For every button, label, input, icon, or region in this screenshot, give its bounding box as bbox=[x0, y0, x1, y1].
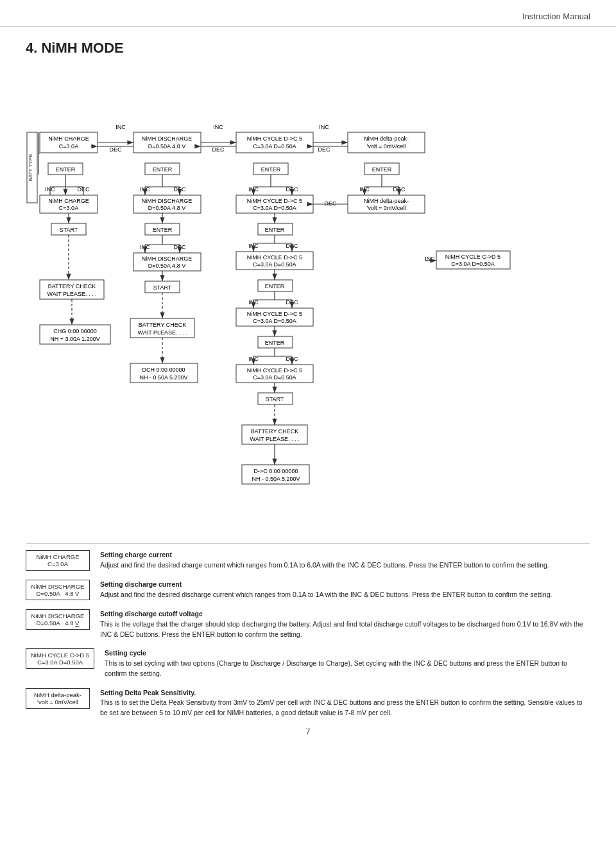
svg-text:D=0.50A   4.8 V: D=0.50A 4.8 V bbox=[148, 143, 185, 150]
page-number: 7 bbox=[26, 727, 590, 736]
svg-text:NiMH DISCHARGE: NiMH DISCHARGE bbox=[142, 255, 193, 262]
desc-text-discharge-voltage: Setting discharge cutoff voltage This is… bbox=[100, 609, 590, 639]
svg-text:C=3.0A  D=0.50A: C=3.0A D=0.50A bbox=[253, 261, 296, 268]
header-title: Instruction Manual bbox=[522, 12, 590, 21]
desc-box-charge: NiMH CHARGEC=3.0A bbox=[26, 550, 90, 571]
svg-text:'volt = 0mV/cell: 'volt = 0mV/cell bbox=[367, 143, 406, 150]
svg-text:BATTERY CHECK: BATTERY CHECK bbox=[48, 283, 96, 290]
flowchart-svg: BATT TYPE NiMH CHARGE C=3.0A ENTER INC D… bbox=[26, 68, 590, 530]
svg-text:NiMH CYCLE D->C 5: NiMH CYCLE D->C 5 bbox=[247, 311, 302, 317]
svg-text:WAIT PLEASE. . . .: WAIT PLEASE. . . . bbox=[47, 291, 96, 297]
page-content: 4. NiMH MODE BATT TYPE NiMH CHARGE C=3.0… bbox=[0, 27, 616, 749]
desc-title-charge: Setting charge current bbox=[100, 551, 172, 558]
svg-text:START: START bbox=[60, 227, 78, 233]
desc-box-discharge-voltage-label: NiMH DISCHARGED=0.50A 4.8 V bbox=[31, 612, 85, 627]
svg-text:C=3.0A  D=0.50A: C=3.0A D=0.50A bbox=[253, 318, 296, 324]
page-header: Instruction Manual bbox=[0, 0, 616, 27]
svg-text:NiMH delta-peak-: NiMH delta-peak- bbox=[364, 198, 409, 204]
svg-text:INC: INC bbox=[116, 124, 126, 130]
svg-text:D->C 0:00  00000: D->C 0:00 00000 bbox=[254, 468, 298, 474]
svg-text:C=3.0A  D=0.50A: C=3.0A D=0.50A bbox=[253, 374, 296, 381]
svg-text:C=3.0A  D=0.50A: C=3.0A D=0.50A bbox=[253, 205, 296, 211]
svg-text:NH + 3.00A 1.200V: NH + 3.00A 1.200V bbox=[50, 336, 99, 342]
svg-text:DCH 0:00  00000: DCH 0:00 00000 bbox=[142, 367, 185, 373]
svg-text:CHG 0:00  00000: CHG 0:00 00000 bbox=[53, 328, 97, 334]
svg-text:BATTERY CHECK: BATTERY CHECK bbox=[251, 428, 299, 435]
desc-box-cycle: NiMH CYCLE C->D 5C=3.0A D=0.50A bbox=[26, 648, 94, 669]
svg-text:NiMH CYCLE D->C 5: NiMH CYCLE D->C 5 bbox=[247, 198, 302, 204]
svg-text:INC: INC bbox=[319, 124, 329, 130]
desc-title-discharge-voltage: Setting discharge cutoff voltage bbox=[100, 610, 203, 618]
desc-text-discharge-current: Setting discharge current Adjust and fin… bbox=[100, 580, 552, 600]
desc-body-discharge-current: Adjust and find the desired discharge cu… bbox=[100, 591, 552, 598]
svg-text:WAIT PLEASE. . . .: WAIT PLEASE. . . . bbox=[250, 436, 299, 442]
svg-text:DEC: DEC bbox=[324, 200, 337, 207]
svg-text:NiMH CHARGE: NiMH CHARGE bbox=[48, 198, 89, 204]
svg-text:INC: INC bbox=[213, 124, 223, 130]
desc-row-charge: NiMH CHARGEC=3.0A Setting charge current… bbox=[26, 550, 590, 571]
svg-text:DEC: DEC bbox=[318, 146, 330, 153]
svg-text:NiMH DISCHARGE: NiMH DISCHARGE bbox=[142, 198, 193, 204]
svg-text:C=3.0A: C=3.0A bbox=[59, 205, 78, 211]
desc-body-deltapeak: This is to set the Delta Peak Sensitivit… bbox=[100, 698, 583, 716]
desc-box-discharge-voltage: NiMH DISCHARGED=0.50A 4.8 V bbox=[26, 609, 90, 630]
desc-text-deltapeak: Setting Delta Peak Sensitivity. This is … bbox=[100, 688, 590, 718]
svg-text:D=0.50A   4.8 V: D=0.50A 4.8 V bbox=[148, 205, 185, 211]
svg-text:NH - 0.50A 5.200V: NH - 0.50A 5.200V bbox=[139, 374, 187, 381]
svg-text:C=3.0A  D=0.50A: C=3.0A D=0.50A bbox=[253, 143, 296, 150]
svg-text:START: START bbox=[153, 284, 172, 291]
desc-box-charge-label: NiMH CHARGEC=3.0A bbox=[36, 553, 79, 567]
svg-text:ENTER: ENTER bbox=[372, 166, 392, 173]
desc-row-discharge-current: NiMH DISCHARGED=0.50A 4.8 V Setting disc… bbox=[26, 580, 590, 600]
svg-text:D=0.50A   4.8 V: D=0.50A 4.8 V bbox=[148, 263, 185, 269]
svg-text:START: START bbox=[266, 396, 284, 402]
svg-text:C=3.0A: C=3.0A bbox=[59, 143, 78, 150]
svg-text:NiMH CYCLE C->D 5: NiMH CYCLE C->D 5 bbox=[445, 254, 501, 260]
desc-title-cycle: Setting cycle bbox=[105, 649, 146, 657]
svg-text:DEC: DEC bbox=[212, 146, 225, 153]
desc-row-cycle: NiMH CYCLE C->D 5C=3.0A D=0.50A Setting … bbox=[26, 648, 590, 679]
desc-row-deltapeak: NiMH delta-peak-'volt = 0mV/cell Setting… bbox=[26, 688, 590, 718]
svg-text:DEC: DEC bbox=[109, 146, 122, 153]
svg-text:NH - 0.50A 5.200V: NH - 0.50A 5.200V bbox=[252, 476, 300, 482]
svg-text:NiMH CYCLE D->C 5: NiMH CYCLE D->C 5 bbox=[247, 254, 302, 261]
desc-box-deltapeak-label: NiMH delta-peak-'volt = 0mV/cell bbox=[34, 691, 81, 705]
desc-box-discharge-current: NiMH DISCHARGED=0.50A 4.8 V bbox=[26, 580, 90, 600]
svg-text:NiMH CYCLE D->C 5: NiMH CYCLE D->C 5 bbox=[247, 367, 302, 374]
desc-body-cycle: This is to set cycling with two options … bbox=[105, 659, 567, 677]
svg-text:ENTER: ENTER bbox=[56, 166, 76, 173]
desc-body-discharge-voltage: This is the voltage that the charger sho… bbox=[100, 620, 583, 638]
page-title: 4. NiMH MODE bbox=[26, 40, 590, 56]
svg-text:NiMH CYCLE D->C 5: NiMH CYCLE D->C 5 bbox=[247, 135, 302, 142]
svg-text:BATTERY CHECK: BATTERY CHECK bbox=[139, 322, 187, 328]
svg-text:ENTER: ENTER bbox=[261, 166, 281, 173]
svg-text:ENTER: ENTER bbox=[153, 227, 173, 233]
desc-title-deltapeak: Setting Delta Peak Sensitivity. bbox=[100, 689, 196, 697]
svg-text:ENTER: ENTER bbox=[265, 283, 285, 290]
flowchart-area: BATT TYPE NiMH CHARGE C=3.0A ENTER INC D… bbox=[26, 68, 590, 530]
desc-box-discharge-current-label: NiMH DISCHARGED=0.50A 4.8 V bbox=[31, 583, 85, 597]
svg-text:NiMH DISCHARGE: NiMH DISCHARGE bbox=[142, 135, 193, 142]
svg-text:'volt = 0mV/cell: 'volt = 0mV/cell bbox=[367, 205, 406, 211]
desc-text-charge: Setting charge current Adjust and find t… bbox=[100, 550, 549, 571]
svg-text:NiMH delta-peak-: NiMH delta-peak- bbox=[364, 135, 409, 142]
svg-text:ENTER: ENTER bbox=[265, 340, 285, 346]
desc-body-charge: Adjust and find the desired charge curre… bbox=[100, 561, 549, 569]
desc-text-cycle: Setting cycle This is to set cycling wit… bbox=[105, 648, 590, 679]
svg-text:C=3.0A  D=0.50A: C=3.0A D=0.50A bbox=[451, 261, 495, 267]
svg-text:WAIT PLEASE. . . .: WAIT PLEASE. . . . bbox=[137, 329, 187, 336]
desc-row-discharge-voltage: NiMH DISCHARGED=0.50A 4.8 V Setting disc… bbox=[26, 609, 590, 639]
desc-box-cycle-label: NiMH CYCLE C->D 5C=3.0A D=0.50A bbox=[31, 652, 89, 666]
desc-title-discharge-current: Setting discharge current bbox=[100, 580, 182, 588]
svg-text:ENTER: ENTER bbox=[265, 227, 285, 233]
svg-text:ENTER: ENTER bbox=[153, 166, 173, 173]
batt-type-label: BATT TYPE bbox=[28, 154, 33, 182]
desc-box-deltapeak: NiMH delta-peak-'volt = 0mV/cell bbox=[26, 688, 90, 709]
desc-section: NiMH CHARGEC=3.0A Setting charge current… bbox=[26, 543, 590, 718]
svg-text:NiMH CHARGE: NiMH CHARGE bbox=[48, 135, 89, 142]
